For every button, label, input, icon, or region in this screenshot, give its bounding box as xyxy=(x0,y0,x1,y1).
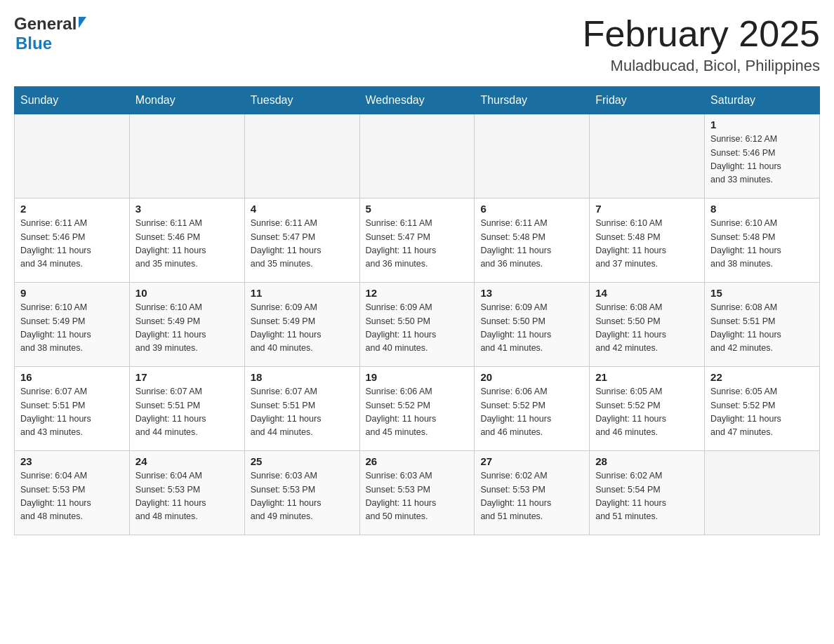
calendar-week-row: 9Sunrise: 6:10 AM Sunset: 5:49 PM Daylig… xyxy=(15,283,820,367)
calendar-day-cell: 10Sunrise: 6:10 AM Sunset: 5:49 PM Dayli… xyxy=(129,283,244,367)
calendar-day-cell: 23Sunrise: 6:04 AM Sunset: 5:53 PM Dayli… xyxy=(15,451,130,535)
day-info: Sunrise: 6:02 AM Sunset: 5:54 PM Dayligh… xyxy=(595,469,699,524)
day-number: 2 xyxy=(20,203,124,215)
logo-blue-text: Blue xyxy=(15,34,52,53)
day-number: 14 xyxy=(595,287,699,299)
title-block: February 2025 Muladbucad, Bicol, Philipp… xyxy=(583,14,820,75)
day-number: 26 xyxy=(366,455,469,467)
logo: General Blue xyxy=(14,14,86,53)
logo-triangle-icon xyxy=(79,17,86,28)
day-number: 1 xyxy=(710,119,814,130)
calendar-week-row: 1Sunrise: 6:12 AM Sunset: 5:46 PM Daylig… xyxy=(15,114,820,199)
calendar-day-cell: 9Sunrise: 6:10 AM Sunset: 5:49 PM Daylig… xyxy=(15,283,130,367)
calendar-day-cell xyxy=(244,114,359,199)
day-number: 15 xyxy=(710,287,814,299)
day-number: 21 xyxy=(595,371,699,383)
day-number: 10 xyxy=(135,287,239,299)
calendar-week-row: 16Sunrise: 6:07 AM Sunset: 5:51 PM Dayli… xyxy=(15,367,820,451)
day-info: Sunrise: 6:05 AM Sunset: 5:52 PM Dayligh… xyxy=(710,385,814,440)
calendar-day-cell: 26Sunrise: 6:03 AM Sunset: 5:53 PM Dayli… xyxy=(359,451,475,535)
calendar-header-cell: Thursday xyxy=(475,87,590,114)
day-info: Sunrise: 6:12 AM Sunset: 5:46 PM Dayligh… xyxy=(710,133,814,187)
calendar-day-cell: 21Sunrise: 6:05 AM Sunset: 5:52 PM Dayli… xyxy=(590,367,705,451)
day-info: Sunrise: 6:08 AM Sunset: 5:51 PM Dayligh… xyxy=(710,301,814,356)
calendar-day-cell xyxy=(359,114,475,199)
day-info: Sunrise: 6:03 AM Sunset: 5:53 PM Dayligh… xyxy=(366,469,469,524)
day-info: Sunrise: 6:11 AM Sunset: 5:46 PM Dayligh… xyxy=(20,217,124,271)
day-number: 9 xyxy=(20,287,124,299)
calendar-day-cell: 3Sunrise: 6:11 AM Sunset: 5:46 PM Daylig… xyxy=(129,199,244,283)
day-number: 18 xyxy=(251,371,354,383)
calendar-body: 1Sunrise: 6:12 AM Sunset: 5:46 PM Daylig… xyxy=(15,114,820,535)
day-number: 20 xyxy=(480,371,583,383)
calendar-header-row: SundayMondayTuesdayWednesdayThursdayFrid… xyxy=(15,87,820,114)
day-info: Sunrise: 6:08 AM Sunset: 5:50 PM Dayligh… xyxy=(595,301,699,356)
day-number: 28 xyxy=(595,455,699,467)
calendar-day-cell xyxy=(590,114,705,199)
day-info: Sunrise: 6:10 AM Sunset: 5:49 PM Dayligh… xyxy=(20,301,124,356)
day-info: Sunrise: 6:04 AM Sunset: 5:53 PM Dayligh… xyxy=(20,469,124,524)
day-info: Sunrise: 6:11 AM Sunset: 5:46 PM Dayligh… xyxy=(135,217,239,271)
day-number: 25 xyxy=(251,455,354,467)
day-info: Sunrise: 6:10 AM Sunset: 5:49 PM Dayligh… xyxy=(135,301,239,356)
day-info: Sunrise: 6:11 AM Sunset: 5:48 PM Dayligh… xyxy=(480,217,583,271)
logo-general-text: General xyxy=(14,14,77,34)
location-title: Muladbucad, Bicol, Philippines xyxy=(583,57,820,75)
day-info: Sunrise: 6:10 AM Sunset: 5:48 PM Dayligh… xyxy=(710,217,814,271)
calendar-week-row: 2Sunrise: 6:11 AM Sunset: 5:46 PM Daylig… xyxy=(15,199,820,283)
day-number: 16 xyxy=(20,371,124,383)
calendar-day-cell: 18Sunrise: 6:07 AM Sunset: 5:51 PM Dayli… xyxy=(244,367,359,451)
calendar-header-cell: Friday xyxy=(590,87,705,114)
day-info: Sunrise: 6:06 AM Sunset: 5:52 PM Dayligh… xyxy=(366,385,469,440)
calendar-day-cell xyxy=(705,451,820,535)
calendar-header-cell: Sunday xyxy=(15,87,130,114)
day-number: 5 xyxy=(366,203,469,215)
day-info: Sunrise: 6:06 AM Sunset: 5:52 PM Dayligh… xyxy=(480,385,583,440)
day-info: Sunrise: 6:09 AM Sunset: 5:50 PM Dayligh… xyxy=(366,301,469,356)
calendar-day-cell: 14Sunrise: 6:08 AM Sunset: 5:50 PM Dayli… xyxy=(590,283,705,367)
day-info: Sunrise: 6:10 AM Sunset: 5:48 PM Dayligh… xyxy=(595,217,699,271)
calendar-day-cell: 20Sunrise: 6:06 AM Sunset: 5:52 PM Dayli… xyxy=(475,367,590,451)
calendar-header: SundayMondayTuesdayWednesdayThursdayFrid… xyxy=(15,87,820,114)
calendar-day-cell: 6Sunrise: 6:11 AM Sunset: 5:48 PM Daylig… xyxy=(475,199,590,283)
day-number: 13 xyxy=(480,287,583,299)
day-info: Sunrise: 6:11 AM Sunset: 5:47 PM Dayligh… xyxy=(366,217,469,271)
calendar-day-cell: 24Sunrise: 6:04 AM Sunset: 5:53 PM Dayli… xyxy=(129,451,244,535)
day-number: 24 xyxy=(135,455,239,467)
day-info: Sunrise: 6:09 AM Sunset: 5:50 PM Dayligh… xyxy=(480,301,583,356)
calendar-table: SundayMondayTuesdayWednesdayThursdayFrid… xyxy=(14,86,820,535)
day-number: 4 xyxy=(251,203,354,215)
day-info: Sunrise: 6:03 AM Sunset: 5:53 PM Dayligh… xyxy=(251,469,354,524)
calendar-header-cell: Wednesday xyxy=(359,87,475,114)
calendar-day-cell: 7Sunrise: 6:10 AM Sunset: 5:48 PM Daylig… xyxy=(590,199,705,283)
calendar-day-cell: 5Sunrise: 6:11 AM Sunset: 5:47 PM Daylig… xyxy=(359,199,475,283)
calendar-day-cell: 2Sunrise: 6:11 AM Sunset: 5:46 PM Daylig… xyxy=(15,199,130,283)
day-info: Sunrise: 6:07 AM Sunset: 5:51 PM Dayligh… xyxy=(251,385,354,440)
day-info: Sunrise: 6:07 AM Sunset: 5:51 PM Dayligh… xyxy=(135,385,239,440)
day-number: 11 xyxy=(251,287,354,299)
calendar-day-cell: 19Sunrise: 6:06 AM Sunset: 5:52 PM Dayli… xyxy=(359,367,475,451)
day-info: Sunrise: 6:07 AM Sunset: 5:51 PM Dayligh… xyxy=(20,385,124,440)
calendar-day-cell: 11Sunrise: 6:09 AM Sunset: 5:49 PM Dayli… xyxy=(244,283,359,367)
day-info: Sunrise: 6:05 AM Sunset: 5:52 PM Dayligh… xyxy=(595,385,699,440)
day-info: Sunrise: 6:11 AM Sunset: 5:47 PM Dayligh… xyxy=(251,217,354,271)
calendar-day-cell: 1Sunrise: 6:12 AM Sunset: 5:46 PM Daylig… xyxy=(705,114,820,199)
calendar-header-cell: Monday xyxy=(129,87,244,114)
day-info: Sunrise: 6:09 AM Sunset: 5:49 PM Dayligh… xyxy=(251,301,354,356)
calendar-day-cell: 15Sunrise: 6:08 AM Sunset: 5:51 PM Dayli… xyxy=(705,283,820,367)
calendar-day-cell: 25Sunrise: 6:03 AM Sunset: 5:53 PM Dayli… xyxy=(244,451,359,535)
calendar-day-cell xyxy=(129,114,244,199)
calendar-header-cell: Tuesday xyxy=(244,87,359,114)
calendar-day-cell: 28Sunrise: 6:02 AM Sunset: 5:54 PM Dayli… xyxy=(590,451,705,535)
day-number: 23 xyxy=(20,455,124,467)
calendar-day-cell xyxy=(475,114,590,199)
calendar-day-cell: 17Sunrise: 6:07 AM Sunset: 5:51 PM Dayli… xyxy=(129,367,244,451)
day-number: 8 xyxy=(710,203,814,215)
day-number: 6 xyxy=(480,203,583,215)
calendar-day-cell: 12Sunrise: 6:09 AM Sunset: 5:50 PM Dayli… xyxy=(359,283,475,367)
day-number: 3 xyxy=(135,203,239,215)
day-info: Sunrise: 6:04 AM Sunset: 5:53 PM Dayligh… xyxy=(135,469,239,524)
day-number: 7 xyxy=(595,203,699,215)
page-header: General Blue February 2025 Muladbucad, B… xyxy=(14,14,820,75)
calendar-day-cell: 16Sunrise: 6:07 AM Sunset: 5:51 PM Dayli… xyxy=(15,367,130,451)
